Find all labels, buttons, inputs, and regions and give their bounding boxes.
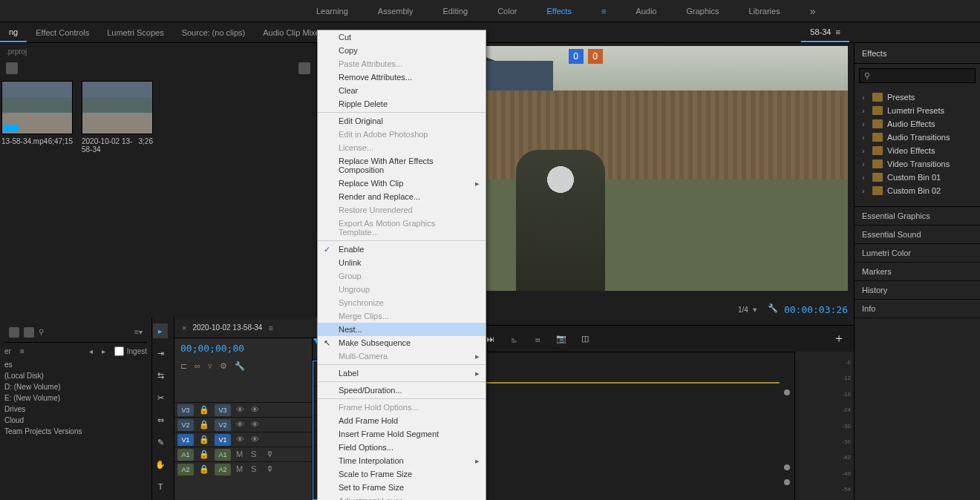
lock-icon[interactable]: 🔒	[199, 435, 209, 445]
effects-folder[interactable]: ›Custom Bin 02	[855, 184, 980, 197]
timeline-timecode[interactable]: 00;00;00;00	[174, 338, 312, 358]
pen-tool[interactable]: ✎	[153, 435, 168, 450]
menu-item[interactable]: Render and Replace...	[318, 190, 486, 203]
panel-tab[interactable]: Lumetri Color	[855, 244, 980, 263]
zoom-handle[interactable]	[784, 389, 790, 395]
compare-icon[interactable]: ◫	[578, 332, 592, 346]
zoom-handle[interactable]	[784, 479, 790, 485]
zoom-handle[interactable]	[784, 464, 790, 470]
ws-audio[interactable]: Audio	[636, 7, 656, 16]
mic-icon[interactable]: 🎙	[266, 464, 276, 475]
track-select-tool[interactable]: ⇥	[153, 346, 168, 361]
extract-icon[interactable]: ⎂	[531, 332, 544, 346]
lock-icon[interactable]: 🔒	[199, 450, 209, 460]
track-v3[interactable]: V3	[177, 404, 194, 416]
menu-item[interactable]: Label	[318, 366, 486, 380]
menu-item[interactable]: Cut	[318, 30, 486, 44]
clip-context-menu[interactable]: CutCopyPaste Attributes...Remove Attribu…	[317, 30, 486, 500]
resolution-select[interactable]: 1/4	[738, 306, 748, 314]
effects-folder[interactable]: ›Video Effects	[855, 144, 980, 157]
panel-tab[interactable]: Info	[855, 300, 980, 318]
button-editor-icon[interactable]: ＋	[833, 331, 845, 346]
lock-icon[interactable]: 🔒	[199, 464, 209, 475]
folder-icon[interactable]	[298, 62, 310, 74]
track-target[interactable]: V3	[215, 404, 231, 416]
menu-item[interactable]: Replace With Clip	[318, 177, 486, 190]
wrench-icon[interactable]: 🔧	[235, 361, 245, 371]
menu-item[interactable]: Enable	[318, 243, 486, 256]
effects-folder[interactable]: ›Lumetri Presets	[855, 104, 980, 117]
settings-icon[interactable]: ⚙	[220, 361, 227, 371]
panel-tab[interactable]: Markers	[855, 263, 980, 281]
timeline-close-icon[interactable]: ×	[182, 323, 186, 332]
track-target[interactable]: A1	[215, 449, 231, 461]
lock-icon[interactable]: 🔒	[199, 420, 209, 430]
effects-folder[interactable]: ›Presets	[855, 91, 980, 104]
effects-folder[interactable]: ›Audio Transitions	[855, 131, 980, 144]
media-tree[interactable]: es (Local Disk) D: (New Volume) E: (New …	[4, 359, 147, 437]
lift-icon[interactable]: ⎁	[507, 332, 520, 346]
effects-search[interactable]: ⚲	[859, 68, 976, 83]
list-view-icon[interactable]	[9, 327, 19, 338]
panel-tab[interactable]: Essential Graphics	[855, 207, 980, 226]
eye-icon[interactable]: 👁	[251, 420, 261, 430]
menu-item[interactable]: Speed/Duration...	[318, 384, 486, 397]
clip-thumb[interactable]: 13-58-34.mp46;47;15	[1, 81, 73, 154]
tab-effect-controls[interactable]: Effect Controls	[27, 23, 98, 42]
menu-item[interactable]: Make Subsequence↖	[318, 336, 486, 349]
program-timecode[interactable]: 00:00:03:26	[784, 304, 848, 315]
menu-item[interactable]: Unlink	[318, 256, 486, 269]
prev-icon[interactable]: ◂	[89, 347, 93, 355]
menu-item[interactable]: Ripple Delete	[318, 97, 486, 111]
search-icon[interactable]: ⚲	[39, 328, 44, 336]
eye-icon[interactable]: 👁	[236, 405, 246, 415]
sort-menu-icon[interactable]: ≡▾	[134, 328, 143, 336]
track-v1[interactable]: V1	[177, 434, 194, 446]
menu-item[interactable]: Remove Attributes...	[318, 70, 486, 84]
type-tool[interactable]: T	[153, 479, 168, 494]
menu-item[interactable]: Scale to Frame Size	[318, 467, 486, 481]
clip-thumb[interactable]: 2020-10-02 13-58-343;26	[82, 81, 153, 154]
effects-folder[interactable]: ›Custom Bin 01	[855, 171, 980, 184]
ingest-checkbox[interactable]: Ingest	[114, 346, 147, 356]
menu-item[interactable]: Insert Frame Hold Segment	[318, 427, 486, 441]
link-icon[interactable]: ∞	[195, 361, 200, 371]
ws-editing[interactable]: Editing	[443, 7, 468, 16]
ws-effects[interactable]: Effects	[546, 7, 571, 16]
menu-item[interactable]: Field Options...	[318, 441, 486, 454]
tab-lumetri-scopes[interactable]: Lumetri Scopes	[98, 23, 172, 42]
track-a1[interactable]: A1	[177, 449, 194, 461]
ws-overflow-icon[interactable]: »	[810, 5, 816, 17]
eye-icon[interactable]: 👁	[236, 420, 246, 430]
menu-item[interactable]: Time Interpolation	[318, 454, 486, 467]
hand-tool[interactable]: ✋	[153, 457, 168, 472]
menu-item[interactable]: Set to Frame Size	[318, 481, 486, 494]
track-v2[interactable]: V2	[177, 419, 194, 431]
export-frame-icon[interactable]: 📷	[555, 332, 568, 346]
tab-program[interactable]: 58-34 ≡	[801, 23, 849, 42]
ripple-tool[interactable]: ⇆	[153, 368, 168, 383]
tab-source-noclip[interactable]: Source: (no clips)	[173, 23, 255, 42]
lock-icon[interactable]: 🔒	[199, 405, 209, 415]
menu-item[interactable]: Nest...	[318, 323, 486, 336]
ws-color[interactable]: Color	[497, 7, 517, 16]
bin-icon[interactable]	[6, 62, 18, 74]
eye-icon[interactable]: 👁	[251, 405, 261, 415]
panel-menu-icon[interactable]: ≡	[268, 323, 272, 332]
panel-tab[interactable]: Essential Sound	[855, 226, 980, 244]
track-a2[interactable]: A2	[177, 464, 194, 476]
ws-libraries[interactable]: Libraries	[748, 7, 780, 16]
ws-graphics[interactable]: Graphics	[686, 7, 719, 16]
eye-icon[interactable]: 👁	[236, 435, 246, 445]
tab-source[interactable]: ng	[0, 23, 27, 42]
mic-icon[interactable]: 🎙	[266, 450, 276, 460]
ws-learning[interactable]: Learning	[316, 7, 348, 16]
eye-icon[interactable]: 👁	[251, 435, 261, 445]
selection-tool[interactable]: ▸	[153, 323, 168, 338]
menu-item[interactable]: Replace With After Effects Composition	[318, 154, 486, 177]
razor-tool[interactable]: ✂	[153, 390, 168, 405]
icon-view-icon[interactable]	[24, 327, 34, 338]
effects-folder[interactable]: ›Audio Effects	[855, 117, 980, 131]
next-icon[interactable]: ▸	[102, 347, 105, 355]
track-target[interactable]: A2	[215, 464, 231, 476]
